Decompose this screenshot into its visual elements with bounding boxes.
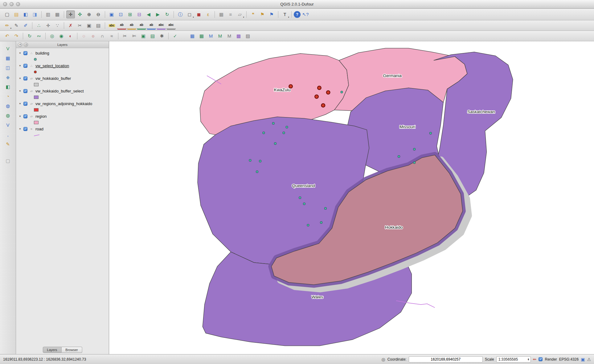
show-bookmarks-button[interactable]: ⚑ bbox=[267, 10, 276, 18]
save-layer-edits-button[interactable]: ✐ bbox=[21, 22, 30, 30]
save-project-as-button[interactable]: ◨ bbox=[31, 10, 39, 18]
new-print-composer-button[interactable]: ▥ bbox=[44, 10, 52, 18]
graphical-modeler-button[interactable]: ▦ bbox=[197, 32, 206, 40]
add-wcs-layer-button[interactable]: ◍ bbox=[4, 111, 12, 119]
zoom-to-selection-button[interactable]: ⊞ bbox=[126, 10, 134, 18]
map-canvas[interactable]: KwaZuluGermaniaSaskatchewanMissouriQueen… bbox=[109, 41, 594, 354]
disclosure-triangle-icon[interactable]: ▼ bbox=[18, 115, 22, 118]
identify-features-button[interactable]: ⓘ bbox=[176, 10, 185, 18]
layer-row[interactable]: ▼≈road bbox=[16, 125, 109, 132]
add-wms-layer-button[interactable]: ◍ bbox=[4, 102, 12, 110]
delete-selected-button[interactable]: ✗ bbox=[66, 22, 75, 30]
add-spatialite-layer-button[interactable]: ◆ bbox=[4, 73, 12, 81]
label-pin-button[interactable]: ab bbox=[117, 22, 126, 30]
node-tool-button[interactable]: ∵ bbox=[53, 22, 62, 30]
add-delimited-text-layer-button[interactable]: , bbox=[4, 130, 12, 138]
split-parts-button[interactable]: ✄ bbox=[130, 32, 138, 40]
panel-float-icon[interactable]: ◳ bbox=[24, 43, 28, 47]
crs-status-icon[interactable]: ▣ bbox=[581, 357, 585, 362]
render-checkbox[interactable] bbox=[539, 357, 543, 361]
scale-combo[interactable]: 1:33565585 ▲▼ bbox=[496, 356, 531, 362]
plugin-m-green-button[interactable]: M bbox=[216, 32, 224, 40]
add-ring-button[interactable]: ◎ bbox=[48, 32, 56, 40]
layer-visibility-checkbox[interactable] bbox=[23, 64, 27, 68]
fill-ring-button[interactable]: ◐ bbox=[66, 32, 75, 40]
merge-attributes-button[interactable]: ▤ bbox=[148, 32, 157, 40]
layer-visibility-checkbox[interactable] bbox=[23, 76, 27, 80]
deselect-features-button[interactable]: ◼ bbox=[195, 10, 203, 18]
move-feature-button[interactable]: ✛ bbox=[44, 22, 52, 30]
field-calculator-button[interactable]: ≡ bbox=[226, 10, 235, 18]
pan-to-selection-button[interactable]: ✜ bbox=[76, 10, 84, 18]
disclosure-triangle-icon[interactable]: ▼ bbox=[18, 90, 22, 92]
layer-row[interactable]: ▼▱vw_regions_adjoining_hokkaido bbox=[16, 100, 109, 107]
delete-part-button[interactable]: ○ bbox=[89, 32, 97, 40]
label-show-hide-button[interactable]: ab bbox=[127, 22, 136, 30]
labeling-button[interactable]: abc bbox=[107, 22, 117, 30]
add-vector-layer-button[interactable]: V bbox=[4, 44, 12, 52]
plugin-grid-gray-button[interactable]: ▨ bbox=[244, 32, 252, 40]
layer-row[interactable]: ▼▱region bbox=[16, 113, 109, 120]
add-feature-button[interactable]: ∴ bbox=[35, 22, 43, 30]
layer-row[interactable]: ▼▱vw_hokkaido_buffer_select bbox=[16, 88, 109, 94]
text-annotation-button[interactable]: T▾ bbox=[281, 10, 289, 18]
zoom-last-button[interactable]: ◀ bbox=[144, 10, 153, 18]
add-postgis-layer-button[interactable]: ◫ bbox=[4, 63, 12, 72]
new-shapefile-layer-button[interactable]: ✎ bbox=[4, 140, 12, 148]
zoom-out-button[interactable]: ⊖ bbox=[94, 10, 103, 18]
plugin-grid-purple-button[interactable]: ▩ bbox=[234, 32, 243, 40]
open-attribute-table-button[interactable]: ▦ bbox=[217, 10, 226, 18]
split-features-button[interactable]: ✂ bbox=[121, 32, 129, 40]
label-rotate-button[interactable]: ab bbox=[147, 22, 156, 30]
label-properties-button[interactable]: abc bbox=[157, 22, 166, 30]
layer-visibility-checkbox[interactable] bbox=[23, 127, 27, 131]
rotate-feature-button[interactable]: ↻ bbox=[25, 32, 34, 40]
delete-ring-button[interactable]: ◌ bbox=[80, 32, 88, 40]
whats-this-button[interactable]: ↖? bbox=[301, 10, 310, 18]
zoom-full-button[interactable]: ⊡ bbox=[117, 10, 125, 18]
cut-features-button[interactable]: ✂ bbox=[76, 22, 84, 30]
new-bookmark-button[interactable]: ⚑ bbox=[258, 10, 267, 18]
layer-visibility-checkbox[interactable] bbox=[23, 114, 27, 118]
map-tools-button[interactable]: ▢ bbox=[4, 157, 12, 165]
layer-row[interactable]: ▼▱vw_hokkaido_buffer bbox=[16, 75, 109, 82]
zoom-next-button[interactable]: ▶ bbox=[154, 10, 162, 18]
offset-curve-button[interactable]: ≈ bbox=[107, 32, 116, 40]
coordinate-input[interactable] bbox=[409, 356, 483, 362]
disclosure-triangle-icon[interactable]: ▼ bbox=[18, 64, 22, 67]
title-bar[interactable]: QGIS 2.0.1-Dufour bbox=[0, 0, 594, 9]
layer-row[interactable]: ▼∴vw_select_location bbox=[16, 62, 109, 69]
panel-tab-layers[interactable]: Layers bbox=[43, 347, 61, 353]
map-tips-button[interactable]: ❝ bbox=[249, 10, 257, 18]
panel-close-icon[interactable]: ✕ bbox=[18, 43, 22, 47]
save-project-button[interactable]: ◧ bbox=[21, 10, 30, 18]
toggle-editing-button[interactable]: ✎ bbox=[12, 22, 21, 30]
log-messages-icon[interactable]: ⚠ bbox=[587, 357, 591, 362]
help-contents-button[interactable]: ? bbox=[294, 11, 301, 18]
disclosure-triangle-icon[interactable]: ▼ bbox=[18, 102, 22, 105]
layer-row[interactable]: ▼∴building bbox=[16, 50, 109, 56]
layer-visibility-checkbox[interactable] bbox=[23, 102, 27, 106]
stop-render-icon[interactable]: ✏ bbox=[533, 357, 537, 362]
simplify-feature-button[interactable]: ∾ bbox=[35, 32, 43, 40]
disclosure-triangle-icon[interactable]: ▼ bbox=[18, 128, 22, 130]
close-window-button[interactable] bbox=[3, 2, 7, 6]
redo-button[interactable]: ↷ bbox=[12, 32, 21, 40]
select-features-button[interactable]: ◻▾ bbox=[185, 10, 194, 18]
add-wfs-layer-button[interactable]: V bbox=[4, 121, 12, 129]
pan-map-button[interactable]: ✛ bbox=[66, 10, 75, 18]
label-move-button[interactable]: ab bbox=[137, 22, 146, 30]
layer-visibility-checkbox[interactable] bbox=[23, 51, 27, 55]
merge-features-button[interactable]: ▣ bbox=[139, 32, 148, 40]
zoom-window-button[interactable] bbox=[16, 2, 20, 6]
add-oracle-layer-button[interactable]: ◔ bbox=[4, 92, 12, 100]
zoom-to-layer-button[interactable]: ⊟ bbox=[135, 10, 144, 18]
measure-line-button[interactable]: ▱▾ bbox=[236, 10, 244, 18]
plugin-m-gray-button[interactable]: M bbox=[225, 32, 234, 40]
new-project-button[interactable]: ▢ bbox=[3, 10, 11, 18]
rotate-point-symbols-button[interactable]: ✱ bbox=[158, 32, 166, 40]
composer-manager-button[interactable]: ▦ bbox=[53, 10, 62, 18]
refresh-map-button[interactable]: ↻ bbox=[163, 10, 171, 18]
open-project-button[interactable]: ▤ bbox=[12, 10, 21, 18]
undo-button[interactable]: ↶ bbox=[3, 32, 11, 40]
